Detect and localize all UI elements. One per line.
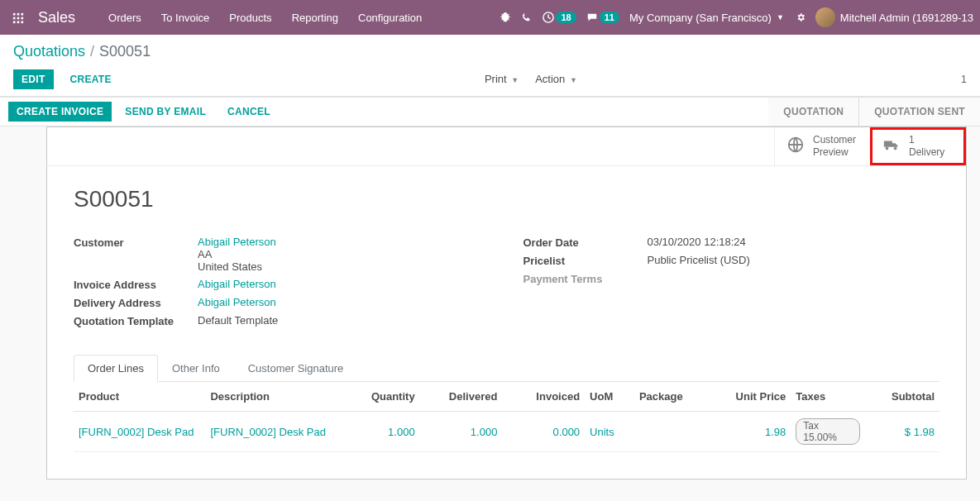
th-description: Description [205, 382, 345, 412]
settings-icon[interactable] [794, 12, 806, 23]
th-package: Package [634, 382, 717, 412]
menu-to-invoice[interactable]: To Invoice [153, 7, 218, 29]
apps-icon[interactable] [7, 10, 30, 25]
pricelist-value: Public Pricelist (USD) [648, 254, 940, 266]
action-dropdown[interactable]: Action ▼ [528, 69, 584, 89]
menu-orders[interactable]: Orders [100, 7, 150, 29]
customer-preview-button[interactable]: Customer Preview [774, 127, 870, 165]
th-subtotal: Subtotal [865, 382, 939, 412]
user-menu[interactable]: Mitchell Admin (1691289-13 [815, 7, 973, 27]
record-title: S00051 [74, 186, 939, 212]
pricelist-label: Pricelist [523, 254, 648, 267]
right-column: Order Date 03/10/2020 12:18:24 Pricelist… [523, 236, 940, 332]
cell-quantity: 1.000 [388, 426, 415, 438]
cell-product[interactable]: [FURN_0002] Desk Pad [79, 426, 194, 438]
menu-reporting[interactable]: Reporting [284, 7, 347, 29]
pager[interactable]: 1 [942, 73, 967, 85]
tab-order-lines[interactable]: Order Lines [74, 355, 158, 382]
quotation-template-label: Quotation Template [74, 314, 198, 327]
svg-point-11 [886, 146, 889, 150]
bug-icon[interactable] [500, 12, 511, 23]
th-delivered: Delivered [420, 382, 503, 412]
phone-icon[interactable] [521, 12, 533, 23]
cell-unit-price: 1.98 [765, 426, 786, 438]
invoice-address-label: Invoice Address [74, 278, 198, 291]
status-bar: CREATE INVOICE SEND BY EMAIL CANCEL QUOT… [0, 97, 980, 126]
edit-button[interactable]: EDIT [13, 69, 54, 89]
preview-line2: Preview [813, 146, 849, 158]
cell-description[interactable]: [FURN_0002] Desk Pad [210, 426, 325, 438]
svg-rect-1 [17, 13, 20, 16]
svg-rect-0 [13, 13, 16, 16]
cell-uom[interactable]: Units [590, 426, 614, 438]
menu-configuration[interactable]: Configuration [350, 7, 430, 29]
activities-badge: 18 [556, 12, 576, 23]
svg-rect-6 [13, 21, 16, 23]
button-box: Customer Preview 1 Delivery [47, 127, 966, 166]
discuss-icon[interactable]: 11 [586, 12, 619, 23]
customer-line2: AA [198, 248, 212, 260]
navbar-right: 18 11 My Company (San Francisco) ▼ Mitch… [500, 7, 973, 27]
customer-link[interactable]: Abigail Peterson [198, 236, 276, 248]
table-row[interactable]: [FURN_0002] Desk Pad [FURN_0002] Desk Pa… [74, 412, 939, 452]
send-by-email-button[interactable]: SEND BY EMAIL [117, 102, 214, 122]
create-button[interactable]: CREATE [62, 69, 120, 89]
th-product: Product [74, 382, 205, 412]
activities-icon[interactable]: 18 [543, 12, 576, 23]
preview-line1: Customer [813, 134, 856, 146]
invoice-address-link[interactable]: Abigail Peterson [198, 278, 276, 290]
company-name: My Company (San Francisco) [629, 12, 772, 24]
customer-label: Customer [74, 236, 198, 249]
control-panel: Quotations / S00051 EDIT CREATE Print ▼ … [0, 35, 980, 97]
cell-invoiced: 0.000 [553, 426, 581, 438]
tab-other-info[interactable]: Other Info [158, 355, 234, 382]
menu-products[interactable]: Products [221, 7, 280, 29]
delivery-address-link[interactable]: Abigail Peterson [198, 296, 276, 308]
order-date-label: Order Date [523, 236, 648, 249]
username: Mitchell Admin (1691289-13 [840, 12, 973, 24]
th-invoiced: Invoiced [502, 382, 585, 412]
delivery-address-label: Delivery Address [74, 296, 198, 309]
th-unit-price: Unit Price [717, 382, 791, 412]
create-invoice-button[interactable]: CREATE INVOICE [8, 102, 112, 122]
delivery-button[interactable]: 1 Delivery [870, 127, 966, 165]
breadcrumb-current: S00051 [99, 43, 151, 60]
svg-rect-5 [22, 17, 24, 19]
th-taxes: Taxes [791, 382, 865, 412]
truck-icon [882, 136, 901, 158]
delivery-count: 1 [909, 134, 915, 146]
breadcrumb: Quotations / S00051 [13, 43, 967, 60]
order-date-value: 03/10/2020 12:18:24 [648, 236, 940, 248]
top-navbar: Sales Orders To Invoice Products Reporti… [0, 0, 980, 35]
customer-line3: United States [198, 260, 262, 273]
svg-rect-7 [17, 21, 20, 23]
discuss-badge: 11 [600, 12, 619, 23]
svg-point-12 [894, 146, 897, 150]
svg-rect-8 [22, 21, 24, 23]
notebook-tabs: Order Lines Other Info Customer Signatur… [74, 354, 939, 382]
quotation-template-value: Default Template [198, 314, 490, 327]
breadcrumb-root[interactable]: Quotations [13, 43, 85, 60]
avatar [815, 7, 835, 27]
delivery-label: Delivery [909, 146, 944, 158]
svg-rect-4 [17, 17, 20, 19]
status-quotation-sent[interactable]: QUOTATION SENT [858, 98, 980, 126]
order-lines-table: Product Description Quantity Delivered I… [74, 382, 939, 452]
status-quotation[interactable]: QUOTATION [768, 98, 858, 126]
cell-subtotal: $ 1.98 [905, 426, 935, 438]
company-switcher[interactable]: My Company (San Francisco) ▼ [629, 12, 784, 24]
cancel-button[interactable]: CANCEL [219, 102, 279, 122]
tab-customer-signature[interactable]: Customer Signature [234, 355, 358, 382]
payment-terms-label: Payment Terms [523, 272, 648, 285]
main-menu: Orders To Invoice Products Reporting Con… [100, 7, 430, 29]
svg-rect-3 [13, 17, 16, 19]
th-quantity: Quantity [346, 382, 420, 412]
svg-rect-2 [22, 13, 24, 16]
form-sheet: Customer Preview 1 Delivery S00051 C [46, 126, 967, 480]
th-uom: UoM [585, 382, 634, 412]
print-dropdown[interactable]: Print ▼ [478, 69, 525, 89]
app-name[interactable]: Sales [38, 9, 75, 26]
breadcrumb-sep: / [90, 43, 94, 60]
cell-package [634, 412, 717, 452]
cell-delivered: 1.000 [471, 426, 498, 438]
